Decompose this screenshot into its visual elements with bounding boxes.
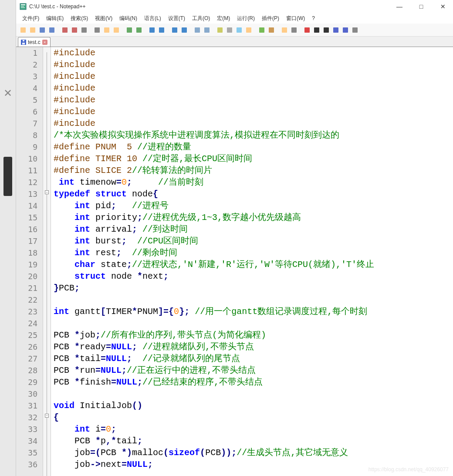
svg-rect-1 — [21, 4, 25, 5]
menu-item[interactable]: 插件(P) — [259, 14, 282, 23]
close-all-button[interactable] — [70, 26, 79, 34]
svg-rect-5 — [30, 27, 35, 33]
svg-rect-31 — [314, 27, 319, 33]
play2-button[interactable] — [331, 26, 340, 34]
editor[interactable]: 1234567891011121314151617181920212223242… — [16, 47, 453, 476]
svg-rect-27 — [269, 27, 274, 33]
menu-item[interactable]: 设置(T) — [166, 14, 188, 23]
redo-button[interactable] — [135, 26, 143, 34]
print-button[interactable] — [80, 26, 88, 34]
tabstrip: test.c × — [16, 37, 453, 47]
svg-rect-33 — [333, 27, 338, 33]
menu-item[interactable]: ? — [309, 14, 318, 22]
replace-button[interactable] — [157, 26, 166, 34]
play3-button[interactable] — [341, 26, 350, 34]
left-panel: ✕ — [0, 0, 16, 476]
rec-button[interactable] — [303, 26, 311, 34]
svg-rect-9 — [72, 27, 77, 33]
tab-label: test.c — [28, 39, 41, 45]
fold-button[interactable] — [257, 26, 266, 34]
main: C:\U \test.c - Notepad++ — □ ✕ 文件(F)编辑(E… — [16, 0, 453, 476]
window-controls: — □ ✕ — [393, 1, 450, 12]
open-button[interactable] — [28, 26, 37, 34]
paste-button[interactable] — [112, 26, 121, 34]
svg-rect-38 — [23, 40, 24, 41]
close-icon[interactable]: ✕ — [0, 87, 16, 99]
close-tab-button[interactable]: × — [42, 40, 47, 45]
lang-button[interactable] — [244, 26, 253, 34]
svg-rect-34 — [343, 27, 348, 33]
sync-button[interactable] — [193, 26, 202, 34]
watermark: https://blog.csdn.net/qq_40926077 — [368, 466, 449, 473]
menu-item[interactable]: 编码(N) — [117, 14, 140, 23]
save-button[interactable] — [38, 26, 47, 34]
find-button[interactable] — [148, 26, 156, 34]
new-button[interactable] — [19, 26, 27, 34]
svg-rect-26 — [259, 27, 264, 33]
menu-item[interactable]: 文件(F) — [20, 14, 42, 23]
svg-rect-3 — [21, 7, 25, 8]
svg-rect-21 — [204, 27, 210, 33]
stop-button[interactable] — [312, 26, 321, 34]
svg-rect-22 — [217, 27, 223, 33]
svg-rect-4 — [20, 27, 26, 33]
zoom-in-button[interactable] — [170, 26, 179, 34]
undo-button[interactable] — [125, 26, 134, 34]
zoom-out-button[interactable] — [180, 26, 189, 34]
eye-button[interactable] — [290, 26, 298, 34]
minimize-button[interactable]: — — [393, 1, 406, 12]
menu-item[interactable]: 工具(O) — [189, 14, 213, 23]
svg-rect-8 — [62, 27, 68, 33]
menu-item[interactable]: 编辑(E) — [44, 14, 66, 23]
cut-button[interactable] — [93, 26, 101, 34]
svg-rect-24 — [237, 27, 242, 33]
svg-rect-11 — [95, 27, 100, 33]
copy-button[interactable] — [102, 26, 111, 34]
window-title: C:\U \test.c - Notepad++ — [29, 3, 393, 10]
svg-rect-35 — [352, 27, 358, 33]
save-all-button[interactable] — [47, 26, 56, 34]
side-handle[interactable] — [3, 157, 12, 196]
svg-rect-18 — [172, 27, 177, 33]
fold-column: − − — [43, 47, 51, 476]
fold-box-icon[interactable]: − — [45, 414, 49, 418]
svg-rect-15 — [136, 27, 142, 33]
sync2-button[interactable] — [203, 26, 211, 34]
unfold-button[interactable] — [267, 26, 276, 34]
wrap-button[interactable] — [216, 26, 224, 34]
svg-rect-6 — [40, 27, 45, 33]
list-button[interactable] — [351, 26, 359, 34]
svg-rect-13 — [114, 27, 119, 33]
svg-rect-25 — [246, 27, 251, 33]
code-area[interactable]: #include#include#include#include#include… — [51, 47, 453, 476]
menu-item[interactable]: 搜索(S) — [68, 14, 91, 23]
menu-item[interactable]: 窗口(W) — [284, 14, 308, 23]
svg-rect-7 — [49, 27, 54, 33]
menu-item[interactable]: 语言(L) — [142, 14, 164, 23]
fold-box-icon[interactable]: − — [45, 190, 49, 194]
close-button[interactable] — [61, 26, 69, 34]
app-wrap: ✕ C:\U \test.c - Notepad++ — □ ✕ 文件(F)编辑… — [0, 0, 453, 476]
app-icon — [20, 3, 27, 10]
close-button[interactable]: ✕ — [436, 1, 450, 12]
svg-rect-14 — [127, 27, 132, 33]
folder-button[interactable] — [280, 26, 289, 34]
play-button[interactable] — [322, 26, 331, 34]
svg-rect-10 — [81, 27, 87, 33]
file-tab[interactable]: test.c × — [18, 37, 51, 47]
line-gutter: 1234567891011121314151617181920212223242… — [16, 47, 43, 476]
svg-rect-32 — [324, 27, 329, 33]
svg-rect-16 — [149, 27, 155, 33]
chars-button[interactable] — [225, 26, 234, 34]
svg-rect-23 — [227, 27, 232, 33]
menu-item[interactable]: 宏(M) — [214, 14, 233, 23]
indent-button[interactable] — [235, 26, 243, 34]
svg-rect-12 — [104, 27, 109, 33]
svg-rect-19 — [182, 27, 187, 33]
svg-rect-17 — [159, 27, 164, 33]
maximize-button[interactable]: □ — [415, 1, 428, 12]
menu-item[interactable]: 运行(R) — [234, 14, 257, 23]
menu-item[interactable]: 视图(V) — [92, 14, 115, 23]
svg-rect-20 — [195, 27, 200, 33]
svg-rect-37 — [22, 43, 25, 44]
